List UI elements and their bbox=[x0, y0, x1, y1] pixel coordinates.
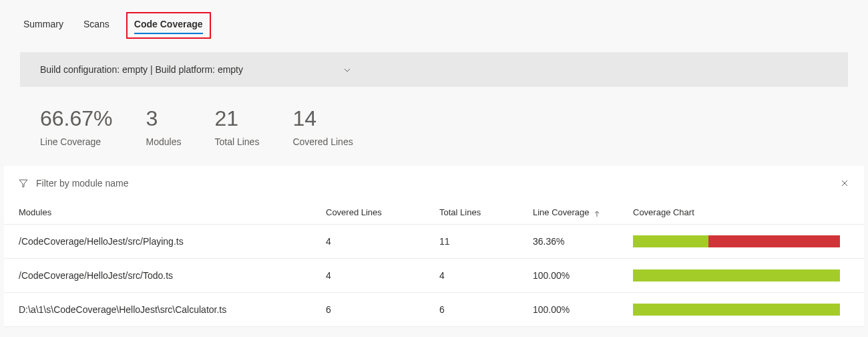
metric-line-coverage: 66.67% Line Coverage bbox=[40, 106, 113, 147]
header-modules[interactable]: Modules bbox=[19, 207, 326, 217]
tab-scans[interactable]: Scans bbox=[80, 19, 113, 39]
cell-coverage: 100.00% bbox=[533, 270, 633, 281]
cell-module: /CodeCoverage/HelloJest/src/Playing.ts bbox=[19, 236, 326, 247]
coverage-table: Modules Covered Lines Total Lines Line C… bbox=[4, 166, 864, 327]
config-text: Build configuration: empty | Build platf… bbox=[40, 64, 243, 75]
filter-icon bbox=[19, 179, 28, 188]
header-coverage-label: Line Coverage bbox=[533, 207, 590, 217]
tabs-bar: Summary Scans Code Coverage bbox=[0, 0, 868, 39]
metric-label: Total Lines bbox=[214, 136, 259, 147]
metric-value: 66.67% bbox=[40, 106, 113, 131]
coverage-bar bbox=[633, 304, 840, 316]
cell-total: 4 bbox=[439, 270, 533, 281]
table-row[interactable]: /CodeCoverage/HelloJest/src/Todo.ts 4 4 … bbox=[4, 259, 864, 293]
close-icon[interactable] bbox=[840, 179, 849, 188]
table-header: Modules Covered Lines Total Lines Line C… bbox=[4, 201, 864, 225]
sort-ascending-icon bbox=[594, 209, 600, 216]
cell-covered: 6 bbox=[326, 304, 439, 315]
coverage-bar-red bbox=[708, 235, 840, 247]
tab-summary[interactable]: Summary bbox=[20, 19, 67, 39]
metric-value: 14 bbox=[292, 106, 353, 131]
cell-chart bbox=[633, 235, 849, 247]
cell-chart bbox=[633, 269, 849, 282]
table-row[interactable]: /CodeCoverage/HelloJest/src/Playing.ts 4… bbox=[4, 225, 864, 259]
header-coverage[interactable]: Line Coverage bbox=[533, 207, 633, 217]
filter-bar bbox=[4, 166, 864, 201]
chevron-down-icon bbox=[343, 66, 351, 74]
metric-covered-lines: 14 Covered Lines bbox=[292, 106, 353, 147]
header-covered[interactable]: Covered Lines bbox=[326, 207, 439, 217]
cell-covered: 4 bbox=[326, 236, 439, 247]
coverage-bar-green bbox=[633, 269, 840, 282]
header-chart[interactable]: Coverage Chart bbox=[633, 207, 849, 217]
cell-module: /CodeCoverage/HelloJest/src/Todo.ts bbox=[19, 270, 326, 281]
metric-label: Covered Lines bbox=[292, 136, 353, 147]
cell-coverage: 100.00% bbox=[533, 304, 633, 315]
metric-label: Line Coverage bbox=[40, 136, 113, 147]
cell-covered: 4 bbox=[326, 270, 439, 281]
coverage-bar-green bbox=[633, 304, 840, 316]
cell-chart bbox=[633, 304, 849, 316]
cell-module: D:\a\1\s\CodeCoverage\HelloJest\src\Calc… bbox=[19, 304, 326, 315]
config-bar[interactable]: Build configuration: empty | Build platf… bbox=[20, 52, 848, 87]
metric-value: 21 bbox=[214, 106, 259, 131]
metric-total-lines: 21 Total Lines bbox=[214, 106, 259, 147]
coverage-bar-green bbox=[633, 235, 708, 247]
metric-value: 3 bbox=[146, 106, 182, 131]
table-row[interactable]: D:\a\1\s\CodeCoverage\HelloJest\src\Calc… bbox=[4, 293, 864, 327]
tab-code-coverage[interactable]: Code Coverage bbox=[126, 12, 211, 39]
cell-total: 6 bbox=[439, 304, 533, 315]
cell-coverage: 36.36% bbox=[533, 236, 633, 247]
metrics-row: 66.67% Line Coverage 3 Modules 21 Total … bbox=[20, 87, 848, 166]
filter-input[interactable] bbox=[36, 178, 832, 189]
coverage-bar bbox=[633, 235, 840, 247]
header-total[interactable]: Total Lines bbox=[439, 207, 533, 217]
cell-total: 11 bbox=[439, 236, 533, 247]
coverage-bar bbox=[633, 269, 840, 282]
metric-modules: 3 Modules bbox=[146, 106, 182, 147]
metric-label: Modules bbox=[146, 136, 182, 147]
